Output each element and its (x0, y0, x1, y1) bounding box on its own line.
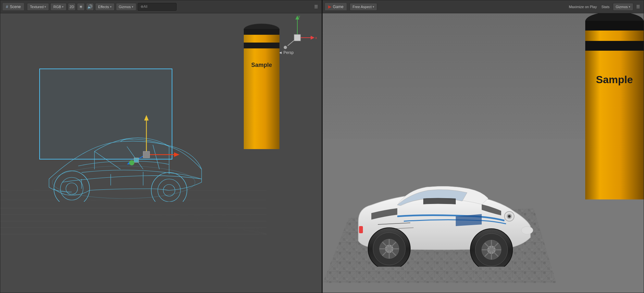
svg-marker-30 (144, 115, 149, 121)
svg-text:y: y (298, 15, 300, 18)
game-car (332, 130, 560, 267)
audio-btn[interactable]: 🔊 (86, 3, 94, 11)
game-cylinder: Sample (582, 13, 644, 202)
editor-container: # Scene Textured RGB 2D ☀ 🔊 (0, 0, 644, 293)
scene-icon: # (6, 4, 8, 9)
svg-marker-32 (174, 152, 180, 157)
svg-rect-84 (585, 41, 644, 51)
game-tab-label: Game (333, 5, 344, 9)
textured-dropdown[interactable]: Textured (27, 3, 49, 11)
panels-row: # Scene Textured RGB 2D ☀ 🔊 (0, 0, 644, 293)
maximize-on-play-btn[interactable]: Maximize on Play (567, 4, 598, 9)
game-panel-menu[interactable]: ☰ (635, 4, 642, 10)
svg-rect-83 (585, 21, 644, 31)
gizmos-dropdown[interactable]: Gizmos (116, 3, 136, 11)
effects-dropdown[interactable]: Effects (95, 3, 114, 11)
svg-line-14 (228, 189, 266, 234)
sun-btn[interactable]: ☀ (77, 3, 85, 11)
game-gizmos-dropdown[interactable]: Gizmos (613, 3, 633, 11)
scene-tab-label: Scene (10, 5, 21, 9)
game-icon: ▶ (328, 4, 331, 9)
svg-rect-35 (143, 151, 150, 158)
svg-rect-41 (244, 43, 279, 48)
svg-point-50 (284, 46, 287, 49)
scene-cylinder: Sample (241, 20, 283, 156)
scene-viewport: Sample y x (0, 13, 322, 293)
svg-point-80 (508, 215, 511, 218)
game-panel: ▶ Game Free Aspect Maximize on Play Stat… (322, 0, 644, 293)
svg-rect-77 (359, 226, 363, 233)
svg-text:x: x (315, 36, 317, 40)
transform-gizmo (124, 112, 189, 171)
scene-tab-controls: Textured RGB 2D ☀ 🔊 Effects Gizmos (27, 3, 311, 11)
svg-text:Sample: Sample (251, 62, 272, 68)
rgb-dropdown[interactable]: RGB (50, 3, 67, 11)
svg-text:Sample: Sample (596, 74, 633, 85)
free-aspect-dropdown[interactable]: Free Aspect (350, 3, 377, 11)
svg-point-16 (54, 171, 90, 202)
svg-rect-40 (244, 29, 279, 35)
scene-search[interactable]: ⊕All (138, 3, 177, 11)
scene-tab-bar: # Scene Textured RGB 2D ☀ 🔊 (0, 0, 322, 13)
svg-rect-36 (134, 158, 139, 162)
game-tab-controls: Free Aspect Maximize on Play Stats Gizmo… (350, 3, 633, 11)
scene-tab[interactable]: # Scene (2, 3, 24, 11)
svg-rect-51 (294, 34, 301, 41)
scene-panel-menu[interactable]: ☰ (313, 4, 320, 10)
stats-btn[interactable]: Stats (600, 4, 611, 9)
game-tab[interactable]: ▶ Game (325, 3, 347, 11)
scene-orientation-gizmo: y x ◄ Persp (278, 15, 317, 57)
game-tab-bar: ▶ Game Free Aspect Maximize on Play Stat… (323, 0, 644, 13)
twod-btn[interactable]: 2D (68, 3, 76, 11)
svg-point-18 (66, 183, 78, 195)
svg-point-76 (521, 226, 533, 234)
scene-panel: # Scene Textured RGB 2D ☀ 🔊 (0, 0, 322, 293)
svg-text:◄ Persp: ◄ Persp (279, 50, 294, 55)
svg-marker-47 (311, 36, 315, 40)
svg-point-37 (129, 160, 134, 165)
game-viewport: Sample (323, 13, 644, 293)
